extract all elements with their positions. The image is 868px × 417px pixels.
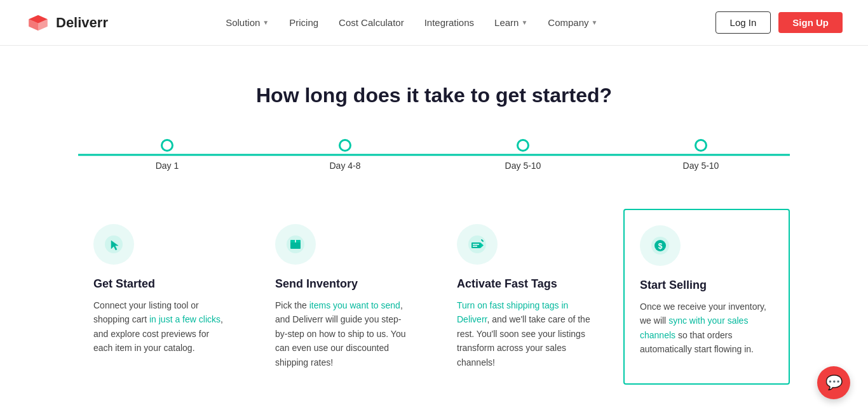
card-send-inventory: Send Inventory Pick the items you want t… — [260, 209, 426, 385]
logo-text: Deliverr — [56, 15, 108, 31]
timeline-point-2: Day 4-8 — [256, 139, 434, 171]
dollar-icon: $ — [651, 236, 670, 255]
nav-learn[interactable]: Learn ▼ — [494, 17, 527, 28]
timeline-label-4: Day 5-10 — [683, 161, 719, 171]
section-title: How long does it take to get started? — [78, 84, 790, 107]
login-button[interactable]: Log In — [715, 11, 771, 34]
navbar: Deliverr Solution ▼ Pricing Cost Calcula… — [0, 0, 868, 46]
svg-rect-2 — [290, 242, 301, 249]
chat-icon: 💬 — [825, 374, 843, 391]
timeline-point-4: Day 5-10 — [612, 139, 790, 171]
card-title-4: Start Selling — [640, 279, 773, 292]
card-title-1: Get Started — [93, 277, 229, 291]
timeline-dot-3 — [517, 139, 529, 152]
card-title-2: Send Inventory — [275, 277, 411, 291]
chevron-down-icon: ▼ — [521, 19, 527, 26]
timeline-label-2: Day 4-8 — [329, 161, 360, 171]
timeline-point-1: Day 1 — [78, 139, 256, 171]
timeline-label-3: Day 5-10 — [505, 161, 541, 171]
nav-integrations[interactable]: Integrations — [424, 17, 474, 28]
card-icon-circle-4: $ — [640, 225, 681, 266]
nav-solution[interactable]: Solution ▼ — [226, 17, 269, 28]
cards-container: Get Started Connect your listing tool or… — [78, 209, 790, 385]
nav-actions: Log In Sign Up — [715, 11, 843, 34]
nav-cost-calculator[interactable]: Cost Calculator — [339, 17, 404, 28]
card-activate-fast-tags: Activate Fast Tags Turn on fast shipping… — [442, 209, 608, 385]
card-text-1: Connect your listing tool or shopping ca… — [93, 298, 229, 355]
nav-links: Solution ▼ Pricing Cost Calculator Integ… — [226, 17, 597, 28]
tag-icon — [468, 235, 487, 254]
card-icon-circle-2 — [275, 224, 316, 265]
timeline-label-1: Day 1 — [156, 161, 179, 171]
nav-pricing[interactable]: Pricing — [289, 17, 318, 28]
nav-company[interactable]: Company ▼ — [548, 17, 597, 28]
main-content: How long does it take to get started? Da… — [53, 46, 815, 417]
svg-text:$: $ — [658, 242, 663, 251]
chevron-down-icon: ▼ — [592, 19, 598, 26]
chat-button[interactable]: 💬 — [817, 366, 850, 399]
svg-rect-6 — [471, 242, 480, 248]
card-icon-circle-3 — [457, 224, 498, 265]
timeline: Day 1 Day 4-8 Day 5-10 Day 5-10 — [78, 139, 790, 171]
card-text-2: Pick the items you want to send, and Del… — [275, 298, 411, 369]
card-start-selling: $ Start Selling Once we receive your inv… — [623, 209, 790, 385]
card-text-3: Turn on fast shipping tags in Deliverr, … — [457, 298, 593, 369]
box-icon — [286, 235, 305, 254]
logo-svg — [25, 14, 51, 32]
timeline-point-3: Day 5-10 — [434, 139, 612, 171]
cursor-icon — [104, 235, 123, 254]
chevron-down-icon: ▼ — [262, 19, 269, 26]
card-get-started: Get Started Connect your listing tool or… — [78, 209, 245, 385]
card-text-4: Once we receive your inventory, we will … — [640, 300, 773, 357]
timeline-dot-1 — [161, 139, 173, 152]
logo-link[interactable]: Deliverr — [25, 14, 108, 32]
card-icon-circle-1 — [93, 224, 134, 265]
card-title-3: Activate Fast Tags — [457, 277, 593, 291]
svg-line-10 — [482, 240, 483, 241]
signup-button[interactable]: Sign Up — [778, 12, 843, 33]
timeline-dot-2 — [339, 139, 351, 152]
timeline-dot-4 — [695, 139, 707, 152]
